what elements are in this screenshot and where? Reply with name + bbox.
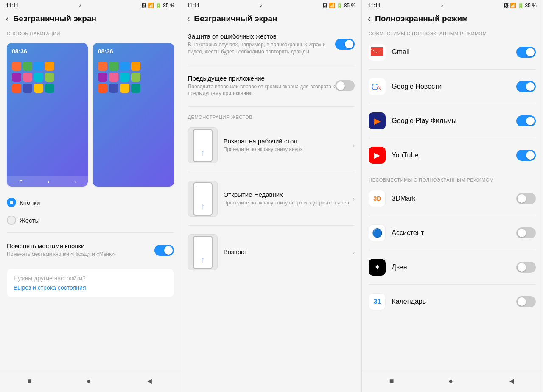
wifi-icon-3: 📶: [510, 3, 516, 8]
gesture-thumb-2: ↑: [188, 181, 218, 217]
app-icon: [23, 73, 32, 82]
battery-icon-2: 🔋: [336, 3, 343, 8]
app-icon: [34, 73, 43, 82]
home-button-1[interactable]: ●: [87, 377, 91, 386]
app-row-dzen: ✦ Дзен: [362, 254, 543, 281]
dzen-symbol: ✦: [374, 263, 381, 272]
battery-icon: 🔋: [155, 3, 162, 8]
swap-desc: Поменять местами кнопки «Назад» и «Меню»: [7, 251, 154, 258]
gmail-toggle[interactable]: [516, 47, 536, 58]
gesture-row-2[interactable]: ↑ Открытие Недавних Проведите по экрану …: [181, 176, 362, 222]
dzen-toggle[interactable]: [516, 262, 536, 273]
wifi-icon: 📶: [148, 3, 154, 8]
panel-1: 11:11 ♪ 🖼 📶 🔋 85 % ‹ Безграничный экран …: [0, 0, 181, 392]
gesture-row-1[interactable]: ↑ Возврат на рабочий стол Проведите по э…: [181, 122, 362, 168]
bottom-nav-3: ■ ● ◄: [362, 370, 543, 392]
battery-pct-3: 85 %: [525, 3, 537, 8]
app-row-assistant: 🔵 Ассистент: [362, 219, 543, 246]
app-row-gmail: Gmail: [362, 39, 543, 66]
section-nav-label: СПОСОБ НАВИГАЦИИ: [0, 27, 181, 39]
gplay-icon-symbol: ▶: [374, 116, 381, 126]
app-icon: [23, 62, 32, 71]
toggle-thumb-gplay: [526, 117, 535, 125]
app-icon: [109, 84, 118, 93]
phone-time-2: 08:36: [96, 46, 115, 56]
back-button-1[interactable]: ‹: [6, 14, 9, 23]
gnews-toggle[interactable]: [516, 81, 536, 92]
back-button-nav-1[interactable]: ◄: [146, 377, 153, 386]
option-gestures-label: Жесты: [20, 217, 39, 224]
gnews-icon: GN: [369, 78, 386, 95]
prev-app-desc: Проведите влево или вправо от кромки экр…: [188, 83, 336, 98]
stop-button-1[interactable]: ■: [27, 377, 32, 386]
calendar-toggle[interactable]: [516, 296, 536, 307]
help-link[interactable]: Вырез и строка состояния: [14, 284, 167, 291]
title-1: Безграничный экран: [13, 14, 96, 23]
app-icon: [23, 84, 32, 93]
toggle-thumb-gnews: [526, 82, 535, 91]
radio-buttons[interactable]: [7, 198, 16, 207]
option-buttons[interactable]: Кнопки: [0, 193, 181, 211]
assistant-toggle[interactable]: [516, 227, 536, 238]
status-bar-3: 11:11 ♪ 🖼 📶 🔋 85 %: [362, 0, 543, 10]
youtube-name: YouTube: [392, 151, 516, 159]
div-3dmark: [369, 216, 536, 216]
gestures-section-label: ДЕМОНСТРАЦИЯ ЖЕСТОВ: [181, 110, 362, 122]
phone-mockup-1: 08:36: [7, 43, 88, 187]
3dmark-toggle[interactable]: [516, 193, 536, 204]
status-bar-1: 11:11 ♪ 🖼 📶 🔋 85 %: [0, 0, 181, 10]
topbar-3: ‹ Полноэкранный режим: [362, 10, 543, 27]
gesture-arrow-3: ↑: [201, 255, 205, 265]
error-gestures-toggle[interactable]: [335, 39, 355, 50]
content-2: Защита от ошибочных жестов В некоторых с…: [181, 27, 362, 392]
app-icon: [120, 84, 129, 93]
battery-pct-2: 85 %: [344, 3, 355, 8]
app-row-3dmark: 3D 3DMark: [362, 185, 543, 212]
option-gestures[interactable]: Жесты: [0, 211, 181, 229]
panel-3: 11:11 ♪ 🖼 📶 🔋 85 % ‹ Полноэкранный режим…: [362, 0, 543, 392]
gplay-icon: ▶: [369, 112, 386, 129]
div-dzen: [369, 284, 536, 285]
nav-back: ‹: [74, 179, 76, 184]
back-button-2[interactable]: ‹: [187, 14, 190, 23]
gesture-info-1: Возврат на рабочий стол Проведите по экр…: [224, 137, 353, 153]
gesture-info-3: Возврат: [224, 248, 353, 257]
div-gplay: [369, 138, 536, 138]
back-button-nav-3[interactable]: ◄: [508, 377, 515, 386]
gesture-phone-1: ↑: [193, 129, 213, 162]
nav-card-buttons[interactable]: 08:36: [7, 43, 88, 187]
div-gmail: [369, 69, 536, 70]
radio-gestures[interactable]: [7, 216, 16, 225]
phone-mockup-2: 08:36: [93, 43, 174, 187]
error-gestures-info: Защита от ошибочных жестов В некоторых с…: [188, 33, 336, 56]
divider-3: [188, 106, 355, 107]
nav-home: ●: [47, 179, 50, 184]
swap-toggle[interactable]: [154, 245, 174, 256]
title-2: Безграничный экран: [194, 14, 277, 23]
app-icon: [131, 62, 140, 71]
phone-time-1: 08:36: [10, 46, 29, 56]
prev-app-toggle[interactable]: [335, 80, 355, 91]
battery-icon-3: 🔋: [518, 3, 524, 8]
back-button-3[interactable]: ‹: [368, 14, 371, 23]
toggle-thumb-assistant: [518, 229, 526, 237]
chevron-2: ›: [353, 195, 355, 203]
app-icon: [120, 62, 129, 71]
home-button-3[interactable]: ●: [448, 377, 453, 386]
app-icon: [131, 73, 140, 82]
gmail-name: Gmail: [392, 48, 516, 56]
app-icon: [12, 73, 21, 82]
gesture-phone-3: ↑: [193, 236, 213, 269]
gesture-row-3[interactable]: ↑ Возврат ›: [181, 229, 362, 275]
content-1: СПОСОБ НАВИГАЦИИ 08:36: [0, 27, 181, 370]
gnews-name: Google Новости: [392, 83, 516, 90]
app-icon: [12, 84, 21, 93]
dzen-name: Дзен: [392, 263, 516, 271]
gplay-toggle[interactable]: [516, 115, 536, 126]
nav-card-gestures[interactable]: 08:36: [93, 43, 174, 187]
youtube-toggle[interactable]: [516, 150, 536, 161]
assistant-symbol: 🔵: [372, 228, 383, 238]
3dmark-symbol: 3D: [373, 195, 381, 202]
error-gestures-title: Защита от ошибочных жестов: [188, 33, 336, 40]
stop-button-3[interactable]: ■: [389, 377, 394, 386]
